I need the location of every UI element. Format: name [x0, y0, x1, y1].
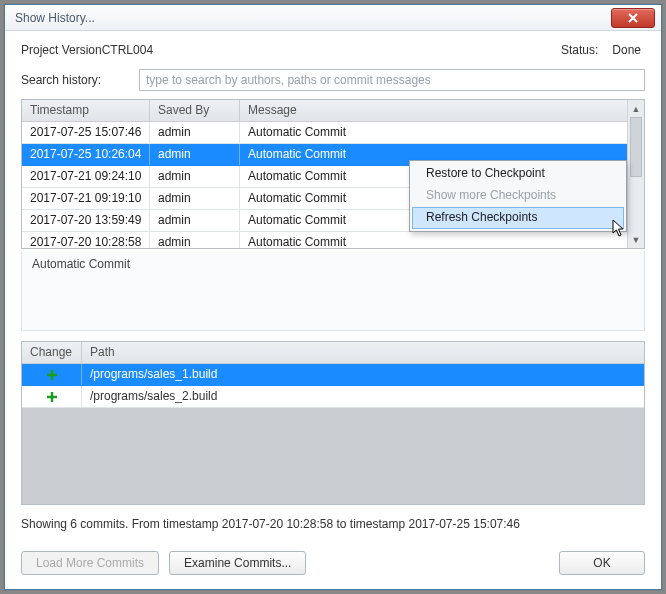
cell-saved-by: admin: [150, 144, 240, 165]
context-menu-item: Show more Checkpoints: [412, 185, 624, 207]
status-value: Done: [612, 43, 641, 57]
scroll-thumb[interactable]: [630, 117, 642, 177]
search-input[interactable]: [139, 69, 645, 91]
load-more-button: Load More Commits: [21, 551, 159, 575]
col-header-saved-by[interactable]: Saved By: [150, 100, 240, 121]
changes-table-header: Change Path: [22, 342, 644, 364]
project-label: Project VersionCTRL004: [21, 43, 561, 57]
changes-row[interactable]: /programs/sales_1.build: [22, 364, 644, 386]
cell-message: Automatic Commit: [240, 122, 627, 143]
cell-saved-by: admin: [150, 210, 240, 231]
cell-saved-by: admin: [150, 122, 240, 143]
history-table-header: Timestamp Saved By Message: [22, 100, 627, 122]
changes-row[interactable]: /programs/sales_2.build: [22, 386, 644, 408]
cell-path: /programs/sales_1.build: [82, 364, 644, 385]
plus-icon: [30, 389, 73, 403]
cell-saved-by: admin: [150, 166, 240, 187]
cell-saved-by: admin: [150, 232, 240, 248]
titlebar: Show History...: [5, 5, 661, 31]
search-label: Search history:: [21, 73, 139, 87]
cell-saved-by: admin: [150, 188, 240, 209]
dialog-content: Project VersionCTRL004 Status: Done Sear…: [5, 31, 661, 589]
dialog-window: Show History... Project VersionCTRL004 S…: [4, 4, 662, 590]
cell-path: /programs/sales_2.build: [82, 386, 644, 407]
cell-timestamp: 2017-07-21 09:24:10: [22, 166, 150, 187]
cell-timestamp: 2017-07-25 10:26:04: [22, 144, 150, 165]
changes-table: Change Path /programs/sales_1.build/prog…: [21, 341, 645, 505]
history-scrollbar[interactable]: ▲ ▼: [627, 100, 644, 248]
examine-commits-button[interactable]: Examine Commits...: [169, 551, 306, 575]
cell-change: [22, 386, 82, 407]
ok-button[interactable]: OK: [559, 551, 645, 575]
col-header-path[interactable]: Path: [82, 342, 644, 363]
status-label: Status:: [561, 43, 598, 57]
button-bar: Load More Commits Examine Commits... OK: [21, 551, 645, 575]
scroll-up-icon[interactable]: ▲: [628, 100, 644, 117]
cell-message: Automatic Commit: [240, 232, 627, 248]
summary-text: Showing 6 commits. From timestamp 2017-0…: [21, 517, 645, 531]
context-menu-item[interactable]: Refresh Checkpoints: [412, 207, 624, 229]
plus-icon: [30, 367, 73, 381]
col-header-change[interactable]: Change: [22, 342, 82, 363]
cell-timestamp: 2017-07-21 09:19:10: [22, 188, 150, 209]
history-row[interactable]: 2017-07-25 15:07:46adminAutomatic Commit: [22, 122, 627, 144]
col-header-message[interactable]: Message: [240, 100, 627, 121]
commit-message-text: Automatic Commit: [32, 257, 130, 271]
col-header-timestamp[interactable]: Timestamp: [22, 100, 150, 121]
cell-timestamp: 2017-07-20 10:28:58: [22, 232, 150, 248]
close-icon: [627, 12, 639, 24]
close-button[interactable]: [611, 8, 655, 28]
context-menu-item[interactable]: Restore to Checkpoint: [412, 163, 624, 185]
window-title: Show History...: [15, 11, 611, 25]
cell-timestamp: 2017-07-20 13:59:49: [22, 210, 150, 231]
scroll-down-icon[interactable]: ▼: [628, 231, 644, 248]
context-menu: Restore to CheckpointShow more Checkpoin…: [409, 160, 627, 232]
cell-change: [22, 364, 82, 385]
history-row[interactable]: 2017-07-20 10:28:58adminAutomatic Commit: [22, 232, 627, 248]
commit-message-area: Automatic Commit: [21, 251, 645, 331]
cell-timestamp: 2017-07-25 15:07:46: [22, 122, 150, 143]
